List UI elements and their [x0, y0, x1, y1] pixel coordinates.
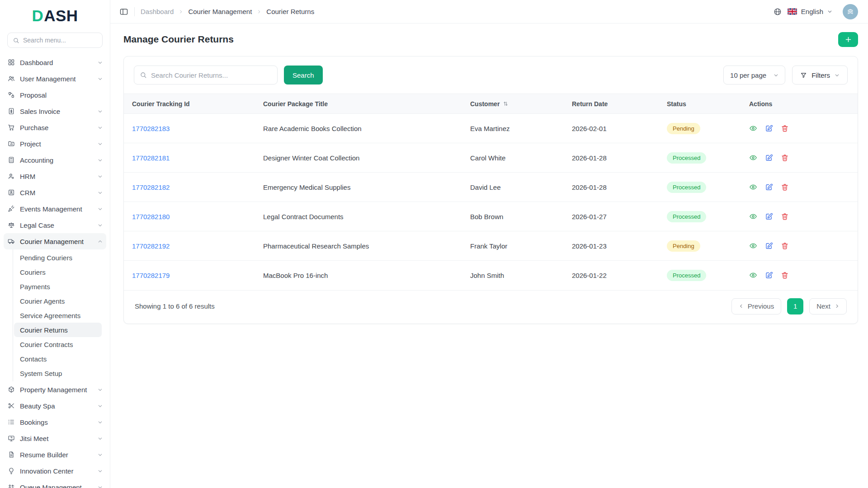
edit-action-button[interactable] — [765, 271, 773, 279]
view-action-button[interactable] — [749, 154, 757, 162]
chevron-down-icon — [98, 158, 103, 163]
tracking-id-link[interactable]: 1770282183 — [132, 125, 170, 132]
sidebar-item-events-management[interactable]: Events Management — [4, 201, 106, 217]
edit-action-button[interactable] — [765, 212, 773, 221]
eye-icon — [749, 212, 757, 221]
view-action-button[interactable] — [749, 271, 757, 279]
sidebar-item-purchase[interactable]: Purchase — [4, 119, 106, 136]
column-header-customer[interactable]: Customer — [462, 94, 564, 114]
sidebar-item-bookings[interactable]: Bookings — [4, 414, 106, 430]
row-actions — [749, 242, 849, 250]
column-header-return-date: Return Date — [564, 94, 659, 114]
toolbar-right: 10 per page Filters — [723, 66, 848, 84]
sidebar-item-courier-management[interactable]: Courier Management — [4, 233, 106, 249]
sidebar-subitem-system-setup[interactable]: System Setup — [14, 366, 102, 380]
sidebar-subitem-courier-agents[interactable]: Courier Agents — [14, 294, 102, 308]
add-courier-return-button[interactable] — [838, 32, 858, 47]
edit-icon — [765, 271, 773, 279]
scissors-icon — [8, 402, 15, 409]
delete-action-button[interactable] — [781, 124, 789, 132]
courier-returns-card: Search 10 per page Filters — [123, 56, 858, 324]
return-date: 2026-02-01 — [572, 125, 607, 132]
sidebar-item-jitsi-meet[interactable]: Jitsi Meet — [4, 430, 106, 446]
package-title: Pharmaceutical Research Samples — [263, 242, 369, 250]
sidebar-group-accounting: Accounting — [4, 152, 106, 168]
sidebar-item-queue-management[interactable]: Queue Management — [4, 479, 106, 488]
return-date: 2026-01-28 — [572, 154, 607, 162]
row-actions — [749, 183, 849, 191]
view-action-button[interactable] — [749, 183, 757, 191]
return-date: 2026-01-23 — [572, 242, 607, 250]
sidebar-item-project[interactable]: Project — [4, 136, 106, 152]
sidebar-toggle-icon[interactable] — [119, 7, 128, 16]
courier-returns-table: Courier Tracking IdCourier Package Title… — [124, 94, 858, 290]
previous-page-button[interactable]: Previous — [731, 298, 781, 314]
chevron-down-icon — [98, 76, 103, 81]
delete-action-button[interactable] — [781, 183, 789, 191]
sidebar-item-beauty-spa[interactable]: Beauty Spa — [4, 398, 106, 414]
breadcrumb-dashboard[interactable]: Dashboard — [141, 8, 174, 15]
edit-action-button[interactable] — [765, 183, 773, 191]
sidebar-item-resume-builder[interactable]: Resume Builder — [4, 446, 106, 463]
sidebar-item-accounting[interactable]: Accounting — [4, 152, 106, 168]
delete-action-button[interactable] — [781, 154, 789, 162]
edit-action-button[interactable] — [765, 124, 773, 132]
column-header-inner: Return Date — [572, 100, 651, 108]
sidebar-item-proposal[interactable]: Proposal — [4, 87, 106, 103]
trash-icon — [781, 212, 789, 221]
sidebar-subitem-couriers[interactable]: Couriers — [14, 265, 102, 279]
chevron-down-icon — [98, 206, 103, 211]
tracking-id-link[interactable]: 1770282180 — [132, 213, 170, 221]
sidebar-item-crm[interactable]: CRM — [4, 184, 106, 201]
view-action-button[interactable] — [749, 124, 757, 132]
search-button[interactable]: Search — [284, 66, 323, 84]
next-page-button[interactable]: Next — [809, 298, 847, 314]
sidebar-search — [7, 33, 103, 48]
sidebar-subitem-contacts[interactable]: Contacts — [14, 352, 102, 366]
delete-action-button[interactable] — [781, 212, 789, 221]
delete-action-button[interactable] — [781, 242, 789, 250]
sidebar-subitem-payments[interactable]: Payments — [14, 279, 102, 294]
filters-button[interactable]: Filters — [792, 66, 848, 84]
edit-icon — [765, 242, 773, 250]
sidebar-item-hrm[interactable]: HRM — [4, 168, 106, 184]
sidebar-item-user-management[interactable]: User Management — [4, 70, 106, 87]
status-badge: Processed — [667, 182, 706, 193]
sidebar-item-label: Queue Management — [20, 483, 82, 488]
sidebar-item-sales-invoice[interactable]: Sales Invoice — [4, 103, 106, 119]
view-action-button[interactable] — [749, 242, 757, 250]
sidebar-item-innovation-center[interactable]: Innovation Center — [4, 463, 106, 479]
customer-name: Carol White — [470, 154, 505, 162]
sidebar-item-property-management[interactable]: Property Management — [4, 381, 106, 398]
view-action-button[interactable] — [749, 212, 757, 221]
property-icon — [8, 386, 15, 393]
sidebar-subitem-courier-contracts[interactable]: Courier Contracts — [14, 337, 102, 352]
language-selector[interactable]: English — [801, 8, 823, 15]
previous-label: Previous — [748, 302, 774, 310]
sidebar-subitem-courier-returns[interactable]: Courier Returns — [14, 323, 102, 337]
edit-action-button[interactable] — [765, 154, 773, 162]
tracking-id-link[interactable]: 1770282182 — [132, 183, 170, 191]
avatar[interactable] — [843, 4, 858, 19]
current-page-button[interactable]: 1 — [787, 298, 803, 314]
tracking-id-link[interactable]: 1770282181 — [132, 154, 170, 162]
per-page-value: 10 per page — [730, 71, 766, 79]
search-courier-returns-input[interactable] — [151, 71, 272, 79]
edit-action-button[interactable] — [765, 242, 773, 250]
sidebar-search-input[interactable] — [23, 37, 97, 44]
delete-action-button[interactable] — [781, 271, 789, 279]
sidebar-item-label: Property Management — [20, 386, 87, 394]
tracking-id-link[interactable]: 1770282192 — [132, 242, 170, 250]
tracking-id-link[interactable]: 1770282179 — [132, 272, 170, 279]
sidebar-item-legal-case[interactable]: Legal Case — [4, 217, 106, 233]
breadcrumb-courier-management[interactable]: Courier Management — [188, 8, 252, 15]
column-header-inner: Courier Tracking Id — [132, 100, 247, 108]
per-page-select[interactable]: 10 per page — [723, 66, 785, 84]
sidebar-subitem-pending-couriers[interactable]: Pending Couriers — [14, 250, 102, 265]
sidebar-subitem-service-agreements[interactable]: Service Agreements — [14, 308, 102, 323]
sidebar-item-label: Sales Invoice — [20, 108, 60, 115]
sidebar-item-dashboard[interactable]: Dashboard — [4, 54, 106, 70]
sidebar-group-queue-management: Queue Management — [4, 479, 106, 488]
topbar-right: English — [774, 4, 858, 19]
globe-icon[interactable] — [774, 8, 782, 16]
